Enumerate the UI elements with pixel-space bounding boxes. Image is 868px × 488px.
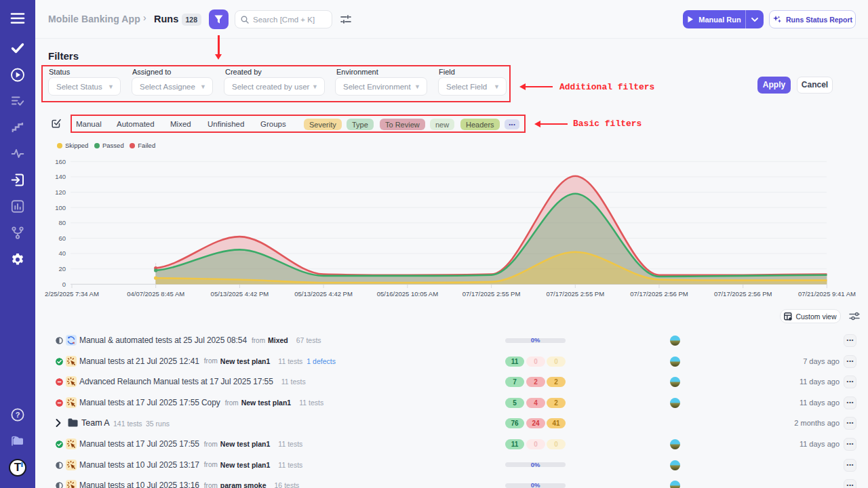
svg-text:2/25/2025 7:34 AM: 2/25/2025 7:34 AM bbox=[45, 290, 99, 298]
svg-text:60: 60 bbox=[58, 235, 66, 242]
svg-text:160: 160 bbox=[55, 158, 66, 165]
svg-text:140: 140 bbox=[55, 173, 66, 180]
svg-text:20: 20 bbox=[58, 265, 66, 272]
svg-text:07/17/2025 2:56 PM: 07/17/2025 2:56 PM bbox=[630, 290, 688, 298]
svg-text:80: 80 bbox=[58, 219, 66, 226]
svg-text:40: 40 bbox=[58, 249, 66, 257]
svg-text:0: 0 bbox=[62, 281, 66, 288]
svg-text:07/17/2025 2:55 PM: 07/17/2025 2:55 PM bbox=[462, 290, 521, 298]
svg-text:05/13/2025 4:42 PM: 05/13/2025 4:42 PM bbox=[211, 290, 269, 298]
svg-text:05/16/2025 10:05 AM: 05/16/2025 10:05 AM bbox=[377, 290, 438, 298]
svg-text:?: ? bbox=[16, 411, 20, 419]
svg-text:05/13/2025 4:42 PM: 05/13/2025 4:42 PM bbox=[294, 290, 353, 298]
svg-text:07/17/2025 2:55 PM: 07/17/2025 2:55 PM bbox=[547, 290, 605, 298]
svg-text:07/21/2025 9:41 AM: 07/21/2025 9:41 AM bbox=[798, 290, 856, 298]
svg-text:100: 100 bbox=[55, 204, 66, 211]
svg-text:07/17/2025 2:56 PM: 07/17/2025 2:56 PM bbox=[714, 290, 772, 298]
svg-text:120: 120 bbox=[55, 188, 66, 196]
svg-text:04/07/2025 8:45 AM: 04/07/2025 8:45 AM bbox=[127, 290, 184, 298]
